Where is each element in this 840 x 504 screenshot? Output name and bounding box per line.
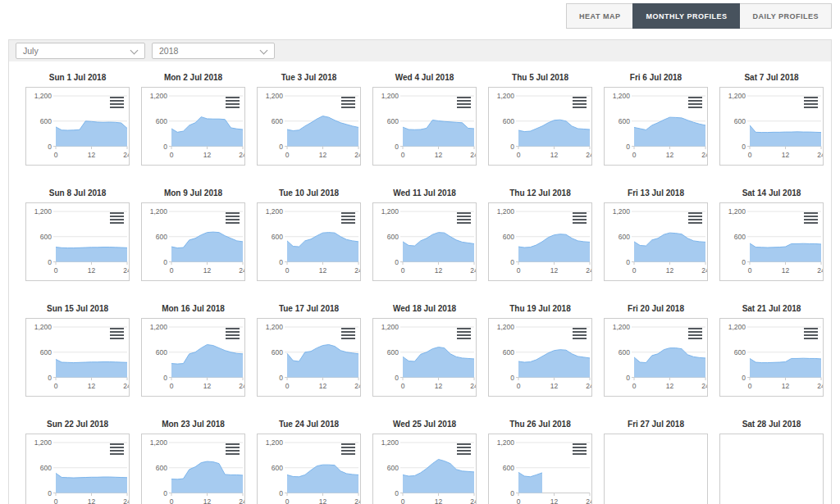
day-chart-cell: Sat 21 Jul 20181,200600001224	[719, 304, 824, 397]
y-axis-label: 1,200	[728, 323, 746, 331]
tab-heat-map[interactable]: HEAT MAP	[566, 3, 633, 29]
chart-title: Sat 7 Jul 2018	[719, 73, 824, 83]
chart-menu-icon[interactable]	[573, 212, 587, 224]
x-axis-label: 24	[470, 497, 476, 504]
x-axis-label: 24	[354, 497, 360, 504]
chart-box: 1,200600001224	[141, 202, 245, 281]
y-axis-label: 0	[510, 258, 514, 266]
x-axis-label: 12	[203, 382, 212, 390]
x-axis-label: 12	[319, 382, 327, 390]
chart-title: Sun 22 Jul 2018	[25, 420, 130, 429]
y-axis-label: 0	[395, 143, 399, 151]
chart-menu-icon[interactable]	[457, 212, 471, 224]
chart-title: Sun 1 Jul 2018	[25, 73, 130, 83]
x-axis-label: 0	[748, 266, 752, 275]
y-axis-label: 600	[734, 233, 746, 241]
chart-menu-icon[interactable]	[457, 97, 471, 108]
area-series	[750, 125, 821, 147]
x-axis-label: 0	[401, 382, 405, 390]
x-axis-label: 24	[239, 497, 244, 504]
y-axis-label: 1,200	[497, 323, 515, 331]
chart-menu-icon[interactable]	[573, 328, 587, 339]
chart-box: 1,200600001224	[488, 202, 592, 281]
y-axis-label: 0	[742, 143, 746, 151]
y-axis-label: 1,200	[34, 438, 52, 447]
chart-box: 1,200600001224	[488, 87, 592, 166]
chart-menu-icon[interactable]	[110, 212, 124, 224]
y-axis-label: 1,200	[381, 207, 399, 216]
chart-box: 1,200600001224	[488, 318, 592, 397]
chart-title: Mon 2 Jul 2018	[141, 73, 245, 83]
x-axis-label: 0	[632, 266, 637, 275]
y-axis-label: 0	[279, 489, 283, 497]
chart-title: Wed 25 Jul 2018	[372, 420, 477, 429]
chart-menu-icon[interactable]	[226, 97, 240, 108]
series-line	[56, 359, 127, 362]
chart-menu-icon[interactable]	[804, 97, 818, 108]
year-select[interactable]: 2018	[152, 43, 275, 59]
y-axis-label: 0	[163, 489, 167, 497]
chart-box: 1,200600001224	[257, 87, 361, 166]
chart-menu-icon[interactable]	[457, 328, 471, 339]
x-axis-label: 24	[470, 266, 476, 275]
chart-title: Tue 3 Jul 2018	[257, 73, 361, 83]
x-axis-label: 0	[170, 497, 174, 504]
chart-menu-icon[interactable]	[226, 443, 240, 455]
y-axis-label: 1,200	[266, 207, 284, 216]
area-series	[634, 117, 705, 146]
day-chart-cell: Sat 7 Jul 20181,200600001224	[719, 73, 824, 166]
x-axis-label: 12	[203, 497, 212, 504]
x-axis-label: 24	[354, 266, 360, 275]
x-axis-label: 0	[632, 151, 637, 159]
y-axis-label: 0	[48, 143, 52, 151]
chart-menu-icon[interactable]	[110, 443, 124, 455]
chart-menu-icon[interactable]	[341, 443, 355, 455]
y-axis-label: 0	[279, 374, 283, 382]
chart-menu-icon[interactable]	[804, 212, 818, 224]
day-chart-cell: Wed 18 Jul 20181,200600001224	[372, 304, 477, 397]
x-axis-label: 24	[239, 151, 244, 159]
chart-menu-icon[interactable]	[573, 443, 587, 455]
chart-menu-icon[interactable]	[341, 328, 355, 339]
y-axis-label: 600	[156, 348, 167, 356]
chart-menu-icon[interactable]	[688, 212, 702, 224]
x-axis-label: 12	[88, 382, 96, 390]
y-axis-label: 0	[163, 258, 167, 266]
chart-menu-icon[interactable]	[688, 328, 702, 339]
chart-box: 1,200600001224	[141, 87, 245, 166]
month-select[interactable]: July	[16, 43, 145, 59]
day-chart-cell: Tue 3 Jul 20181,200600001224	[257, 73, 361, 166]
x-axis-label: 0	[517, 266, 521, 275]
x-axis-label: 0	[54, 382, 58, 390]
chart-menu-icon[interactable]	[226, 328, 240, 339]
chart-menu-icon[interactable]	[804, 328, 818, 339]
y-axis-label: 0	[279, 143, 283, 151]
y-axis-label: 600	[503, 233, 514, 241]
chart-menu-icon[interactable]	[341, 212, 355, 224]
y-axis-label: 1,200	[150, 207, 168, 216]
chart-menu-icon[interactable]	[110, 97, 124, 108]
chart-title: Sun 8 Jul 2018	[25, 188, 130, 198]
chart-menu-icon[interactable]	[457, 443, 471, 455]
y-axis-label: 0	[626, 374, 630, 382]
tab-daily-profiles[interactable]: DAILY PROFILES	[739, 3, 832, 29]
y-axis-label: 0	[742, 374, 746, 382]
y-axis-label: 1,200	[34, 92, 52, 100]
x-axis-label: 24	[701, 382, 707, 390]
tab-monthly-profiles[interactable]: MONTHLY PROFILES	[632, 3, 740, 29]
x-axis-label: 0	[170, 382, 174, 390]
chart-box: 1,200600001224	[719, 87, 824, 166]
x-axis-label: 24	[354, 151, 360, 159]
chart-menu-icon[interactable]	[226, 212, 240, 224]
chart-menu-icon[interactable]	[110, 328, 124, 339]
y-axis-label: 1,200	[381, 323, 399, 331]
x-axis-label: 24	[586, 382, 591, 390]
chart-menu-icon[interactable]	[573, 97, 587, 108]
x-axis-label: 24	[701, 266, 707, 275]
chart-menu-icon[interactable]	[688, 97, 702, 108]
y-axis-label: 600	[272, 117, 283, 125]
chart-menu-icon[interactable]	[341, 97, 355, 108]
chart-box	[719, 434, 824, 504]
y-axis-label: 600	[272, 464, 283, 472]
y-axis-label: 0	[48, 258, 52, 266]
